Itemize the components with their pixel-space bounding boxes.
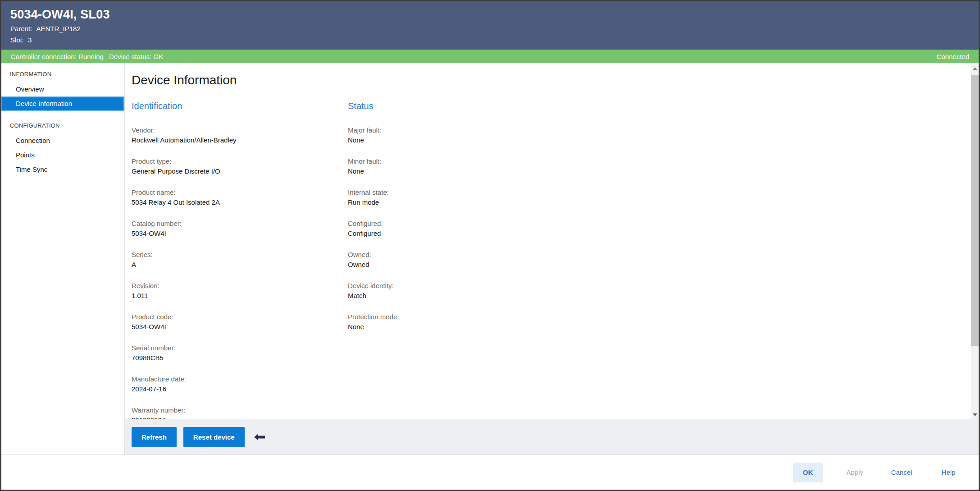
device-properties-window: 5034-OW4I, SL03 Parent:AENTR_IP182 Slot:… bbox=[0, 0, 980, 491]
field-manufacture-date: Manufacture date: 2024-07-16 bbox=[132, 374, 348, 394]
device-status: Device status: OK bbox=[109, 53, 163, 60]
apply-button[interactable]: Apply bbox=[840, 463, 870, 482]
slot-value: 3 bbox=[28, 36, 32, 44]
scroll-up-button[interactable] bbox=[971, 64, 979, 72]
help-button[interactable]: Help bbox=[934, 463, 963, 482]
sidebar-item-points[interactable]: Points bbox=[1, 148, 124, 162]
field-series: Series: A bbox=[132, 250, 348, 270]
parent-label: Parent: bbox=[10, 25, 32, 32]
header: 5034-OW4I, SL03 Parent:AENTR_IP182 Slot:… bbox=[1, 1, 979, 50]
field-revision: Revision: 1.011 bbox=[132, 281, 348, 301]
field-minor-fault: Minor fault: None bbox=[348, 156, 952, 176]
reset-device-button[interactable]: Reset device bbox=[183, 427, 245, 447]
field-product-code: Product code: 5034-OW4I bbox=[132, 312, 348, 332]
parent-value: AENTR_IP182 bbox=[36, 25, 80, 32]
field-product-type: Product type: General Purpose Discrete I… bbox=[132, 156, 348, 176]
controller-connection-status: Controller connection: Running bbox=[11, 53, 104, 60]
identification-heading: Identification bbox=[132, 100, 348, 112]
field-warranty-number: Warranty number: 221900004 bbox=[132, 405, 348, 419]
columns: Identification Vendor: Rockwell Automati… bbox=[132, 100, 952, 419]
ok-button[interactable]: OK bbox=[793, 463, 823, 482]
back-arrow-icon bbox=[254, 434, 265, 441]
scroll-up-icon bbox=[973, 67, 977, 70]
field-internal-state: Internal state: Run mode bbox=[348, 188, 952, 207]
dialog-footer: OK Apply Cancel Help bbox=[1, 454, 979, 490]
scrollbar-thumb[interactable] bbox=[971, 75, 979, 346]
scroll-region: Device Information Identification Vendor… bbox=[125, 63, 979, 419]
field-catalog-number: Catalog number: 5034-OW4I bbox=[132, 219, 348, 239]
identification-section: Identification Vendor: Rockwell Automati… bbox=[132, 100, 348, 419]
field-serial-number: Serial number: 70988CB5 bbox=[132, 343, 348, 363]
field-major-fault: Major fault: None bbox=[348, 125, 952, 145]
field-owned: Owned: Owned bbox=[348, 250, 952, 270]
main-panel: Device Information Identification Vendor… bbox=[125, 63, 979, 454]
sidebar-item-connection[interactable]: Connection bbox=[1, 133, 124, 148]
field-configured: Configured: Configured bbox=[348, 219, 952, 239]
field-protection-mode: Protection mode: None bbox=[348, 312, 952, 332]
device-information-content: Device Information Identification Vendor… bbox=[125, 63, 979, 419]
status-heading: Status bbox=[348, 100, 952, 112]
device-title: 5034-OW4I, SL03 bbox=[10, 7, 979, 22]
nav-section-configuration: CONFIGURATION bbox=[1, 118, 124, 133]
nav-section-information: INFORMATION bbox=[1, 67, 124, 82]
dialog-body: INFORMATION Overview Device Information … bbox=[1, 63, 979, 454]
sidebar-item-overview[interactable]: Overview bbox=[1, 82, 124, 96]
sidebar-nav: INFORMATION Overview Device Information … bbox=[1, 63, 125, 454]
field-product-name: Product name: 5034 Relay 4 Out Isolated … bbox=[132, 188, 348, 207]
parent-row: Parent:AENTR_IP182 bbox=[10, 25, 979, 33]
slot-label: Slot: bbox=[10, 36, 24, 44]
vertical-scrollbar[interactable] bbox=[971, 63, 979, 419]
connection-state: Connected bbox=[936, 53, 969, 60]
scroll-down-button[interactable] bbox=[971, 411, 979, 418]
cancel-button[interactable]: Cancel bbox=[887, 463, 916, 482]
field-vendor: Vendor: Rockwell Automation/Allen-Bradle… bbox=[132, 125, 348, 145]
sidebar-item-time-sync[interactable]: Time Sync bbox=[1, 162, 124, 177]
field-device-identity: Device identity: Match bbox=[348, 281, 952, 301]
connection-status-bar: Controller connection: Running Device st… bbox=[1, 50, 979, 63]
sidebar-item-device-information[interactable]: Device Information bbox=[1, 96, 124, 111]
page-title: Device Information bbox=[132, 72, 952, 88]
module-action-strip: Refresh Reset device bbox=[125, 419, 979, 454]
scroll-down-icon bbox=[973, 413, 977, 416]
slot-row: Slot:3 bbox=[10, 36, 979, 44]
status-section: Status Major fault: None Minor fault: No… bbox=[348, 100, 952, 419]
refresh-button[interactable]: Refresh bbox=[132, 427, 177, 447]
